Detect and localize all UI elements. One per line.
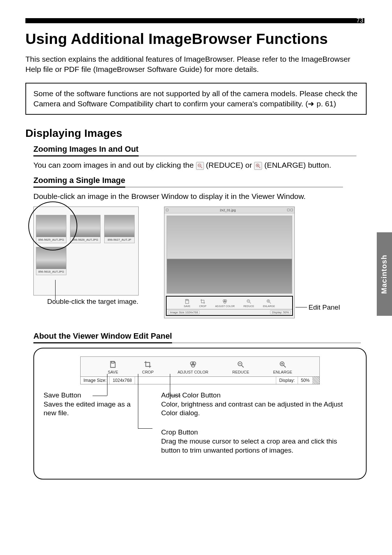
svg-line-26 [284,366,286,368]
save-button[interactable]: SAVE [108,360,118,374]
adjust-color-button[interactable]: ADJUST COLOR [177,360,208,374]
callout-save: Save Button Saves the edited image as a … [44,391,131,418]
page-number: 73 [356,18,364,23]
page-title: Using Additional ImageBrowser Functions [25,30,367,48]
callout-adjust-color: Adjust Color Button Color, brightness an… [145,391,356,418]
reduce-icon [196,162,204,170]
status-image-size: Image Size 1024x768 [168,310,200,314]
callout-crop: Crop Button Drag the mouse cursor to sel… [145,428,356,455]
crop-button[interactable]: CROP [199,299,206,307]
svg-rect-7 [186,299,188,301]
zoom-in-out-text: You can zoom images in and out by clicki… [33,160,367,170]
subhead-zoom-single: Zooming a Single Image [33,176,125,188]
svg-point-21 [191,364,195,367]
crop-button[interactable]: CROP [142,360,154,374]
thumbnail[interactable]: 856-5626_AUT.JPG [70,215,101,243]
thumbnail[interactable]: 856-5618_AUT.JPG [36,247,66,275]
status-image-size-label: Image Size: [81,377,110,384]
thumbnail[interactable]: 856-5625_AUT.JPG [36,215,66,243]
viewer-edit-panel: SAVE CROP ADJUST COLOR REDUCE [166,296,293,316]
svg-point-10 [224,301,226,303]
reduce-button[interactable]: REDUCE [232,360,249,374]
status-display-label: Display: [276,377,298,384]
viewer-image [167,216,292,294]
edit-panel-explainer: SAVE CROP ADJUST COLOR REDUCE [33,348,367,479]
viewer-titlebar: 2x2_01.jpg [164,207,294,213]
save-button[interactable]: SAVE [184,299,190,307]
status-image-size-value: 1024x768 [110,377,135,384]
figure-browser-window: 856-5625_AUT.JPG 856-5626_AUT.JPG 856-56… [33,207,139,318]
svg-line-1 [201,167,202,168]
subhead-zoom-in-out: Zooming Images In and Out [33,144,139,156]
leader-line [295,307,307,307]
svg-rect-18 [112,362,114,363]
browser-window: 856-5625_AUT.JPG 856-5626_AUT.JPG 856-56… [33,207,139,295]
resize-handle[interactable] [313,377,319,384]
side-tab-macintosh: Macintosh [377,232,392,316]
enlarge-button[interactable]: ENLARGE [263,299,275,307]
svg-line-23 [242,366,244,368]
svg-line-15 [270,302,271,303]
status-display-value: 50% [298,377,313,384]
thumbnail[interactable]: 856-5627_AUT.JP [104,215,135,243]
figure-left-caption: Double-click the target image. [33,298,139,306]
enlarge-button[interactable]: ENLARGE [273,360,292,374]
section-displaying-images: Displaying Images [25,127,367,139]
edit-panel-status: Image Size: 1024x768 Display: 50% [80,377,320,384]
enlarge-icon [254,162,262,170]
intro-text: This section explains the additional fea… [25,54,367,75]
subhead-edit-panel: About the Viewer Window Edit Panel [33,331,172,343]
header-bar [25,18,367,23]
svg-line-4 [259,167,260,168]
status-display: Display: 50% [270,310,291,314]
header-notch [364,18,367,23]
viewer-window: 2x2_01.jpg SAVE CROP [164,207,295,318]
svg-line-12 [249,302,251,303]
edit-panel-toolbar: SAVE CROP ADJUST COLOR REDUCE [80,356,320,377]
leader-line [55,280,56,300]
figure-viewer-window: 2x2_01.jpg SAVE CROP [164,207,295,318]
edit-panel-label: Edit Panel [309,303,340,311]
reduce-button[interactable]: REDUCE [244,299,254,307]
zoom-single-text: Double-click an image in the Browser Win… [33,191,367,201]
compatibility-note: Some of the software functions are not s… [25,83,367,115]
side-tab-label: Macintosh [380,254,389,294]
adjust-color-button[interactable]: ADJUST COLOR [215,299,235,307]
